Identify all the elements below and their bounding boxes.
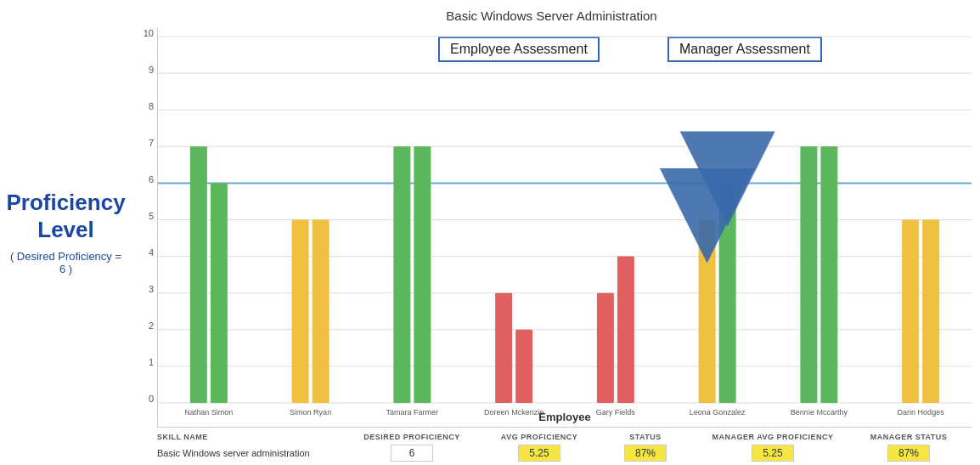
y-tick-8: 8 (149, 101, 157, 111)
cell-status: 87% (599, 445, 692, 462)
chart-svg: Nathan SimonSimon RyanTamara FarmerDoree… (158, 28, 972, 427)
svg-rect-27 (699, 220, 716, 404)
y-tick-2: 2 (149, 320, 157, 331)
header-avg: AVG PROFICIENCY (480, 433, 599, 441)
y-tick-9: 9 (149, 65, 157, 75)
left-label: ProficiencyLevel ( Desired Proficiency =… (0, 0, 132, 465)
chart-plot: Employee Employee Assessment Manager Ass… (157, 28, 972, 428)
cell-skill: Basic Windows server administration (157, 448, 344, 458)
svg-rect-34 (922, 220, 939, 404)
svg-rect-31 (820, 146, 837, 403)
y-tick-4: 4 (149, 247, 157, 258)
svg-rect-28 (719, 183, 736, 403)
x-axis-label: Employee (158, 411, 972, 423)
svg-rect-21 (495, 293, 512, 403)
svg-rect-16 (313, 220, 329, 404)
svg-rect-15 (292, 220, 309, 404)
svg-rect-12 (190, 146, 207, 403)
svg-rect-22 (515, 330, 532, 403)
cell-mgr-avg: 5.25 (692, 445, 853, 462)
svg-rect-25 (617, 257, 634, 403)
desired-proficiency-label: ( Desired Proficiency = 6 ) (8, 250, 123, 275)
svg-rect-24 (597, 293, 614, 403)
svg-rect-19 (414, 146, 431, 403)
manager-assessment-box: Manager Assessment (667, 37, 822, 62)
y-tick-10: 10 (144, 28, 157, 38)
employee-assessment-box: Employee Assessment (438, 37, 600, 62)
header-mgr-avg: MANAGER AVG PROFICIENCY (692, 433, 853, 441)
y-tick-5: 5 (149, 211, 157, 221)
svg-rect-18 (393, 146, 410, 403)
employee-assessment-label: Employee Assessment (450, 42, 588, 56)
svg-rect-33 (902, 220, 919, 404)
y-axis: 10 9 8 7 6 5 4 3 2 1 0 (132, 28, 157, 428)
chart-area: Basic Windows Server Administration 10 9… (132, 0, 980, 465)
y-tick-3: 3 (149, 284, 157, 294)
page-container: ProficiencyLevel ( Desired Proficiency =… (0, 0, 980, 465)
y-tick-1: 1 (149, 357, 157, 367)
chart-title: Basic Windows Server Administration (132, 9, 972, 23)
header-desired: DESIRED PROFICIENCY (344, 433, 480, 441)
proficiency-level-label: ProficiencyLevel (6, 190, 125, 242)
cell-desired: 6 (344, 445, 480, 462)
y-tick-7: 7 (149, 138, 157, 148)
y-tick-0: 0 (149, 394, 157, 404)
manager-assessment-label: Manager Assessment (679, 42, 810, 56)
header-mgr-status: MANAGER STATUS (853, 433, 964, 441)
header-skill: SKILL NAME (157, 433, 344, 441)
svg-rect-13 (211, 183, 228, 403)
table-data-row: Basic Windows server administration 6 5.… (157, 445, 972, 462)
cell-avg: 5.25 (480, 445, 599, 462)
cell-mgr-status: 87% (853, 445, 964, 462)
header-status: STATUS (599, 433, 692, 441)
y-tick-6: 6 (149, 174, 157, 184)
chart-wrapper: 10 9 8 7 6 5 4 3 2 1 0 Employee (132, 28, 972, 428)
table-section: SKILL NAME DESIRED PROFICIENCY AVG PROFI… (132, 428, 972, 465)
svg-rect-30 (800, 146, 817, 403)
table-header-row: SKILL NAME DESIRED PROFICIENCY AVG PROFI… (157, 433, 972, 441)
